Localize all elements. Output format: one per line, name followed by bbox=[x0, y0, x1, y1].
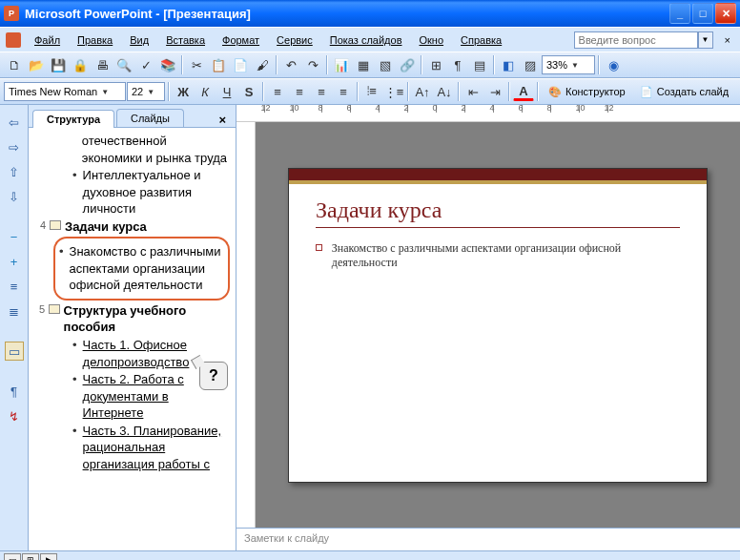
expand-all-button[interactable]: ≣ bbox=[5, 301, 24, 321]
permission-button[interactable]: 🔒 bbox=[70, 54, 91, 75]
open-button[interactable]: 📂 bbox=[26, 54, 47, 75]
tables-borders-button[interactable]: ▧ bbox=[375, 54, 396, 75]
bullets-button[interactable]: ⋮≡ bbox=[383, 81, 404, 102]
toolbar-standard: 🗋 📂 💾 🔒 🖶 🔍 ✓ 📚 ✂ 📋 📄 🖌 ↶ ↷ 📊 ▦ ▧ 🔗 ⊞ ¶ … bbox=[0, 52, 740, 78]
cut-button[interactable]: ✂ bbox=[186, 54, 207, 75]
menu-edit[interactable]: Правка bbox=[70, 31, 120, 49]
align-left-button[interactable]: ≡ bbox=[267, 81, 288, 102]
new-slide-button[interactable]: 📄 Создать слайд bbox=[633, 81, 735, 102]
slide-area: 12108642024681012 Задачи курса Знакомств… bbox=[236, 105, 740, 550]
notes-pane[interactable]: Заметки к слайду bbox=[236, 528, 740, 550]
tab-slides[interactable]: Слайды bbox=[116, 109, 184, 127]
bullet-square-icon bbox=[316, 244, 322, 251]
normal-view-button[interactable]: ▭ bbox=[4, 553, 21, 561]
bullet-item[interactable]: •Часть 3. Планирование, рациональная орг… bbox=[72, 423, 230, 473]
expand-button[interactable]: + bbox=[5, 252, 24, 271]
numbering-button[interactable]: ⦙≡ bbox=[361, 81, 382, 102]
toolbar-formatting: Times New Roman ▼ 22 ▼ Ж К Ч S ≡ ≡ ≡ ≡ ⦙… bbox=[0, 78, 740, 105]
undo-button[interactable]: ↶ bbox=[280, 54, 301, 75]
decrease-font-button[interactable]: A↓ bbox=[434, 81, 455, 102]
move-up-button[interactable]: ⇧ bbox=[5, 162, 24, 181]
underline-button[interactable]: Ч bbox=[216, 81, 237, 102]
research-button[interactable]: 📚 bbox=[157, 54, 178, 75]
outline-body[interactable]: отечественной экономики и рынка труда •И… bbox=[29, 128, 236, 550]
menu-slideshow[interactable]: Показ слайдов bbox=[322, 31, 410, 49]
tab-outline[interactable]: Структура bbox=[32, 110, 114, 128]
menu-insert[interactable]: Вставка bbox=[158, 31, 213, 49]
summary-slide-button[interactable]: ▭ bbox=[5, 342, 24, 361]
redo-button[interactable]: ↷ bbox=[302, 54, 323, 75]
slide-icon bbox=[50, 220, 61, 230]
zoom-value: 33% bbox=[546, 59, 567, 71]
show-formatting-button[interactable]: ¶ bbox=[447, 54, 468, 75]
question-balloon[interactable]: ? bbox=[199, 362, 228, 390]
demote-button[interactable]: ⇨ bbox=[5, 137, 24, 156]
zoom-combo[interactable]: 33% ▼ bbox=[542, 55, 595, 74]
new-slide-label: Создать слайд bbox=[657, 86, 729, 97]
bullet-item[interactable]: •Интеллектуальное и духовное развития ли… bbox=[72, 167, 230, 218]
promote-button[interactable]: ⇦ bbox=[5, 113, 24, 132]
font-color-button[interactable]: A bbox=[513, 83, 534, 101]
bullet-item[interactable]: отечественной экономики и рынка труда bbox=[72, 133, 230, 166]
slide-preview[interactable]: Задачи курса Знакомство с различными асп… bbox=[288, 168, 708, 483]
show-formatting-button[interactable]: ¶ bbox=[5, 382, 24, 401]
slide-title-text[interactable]: Задачи курса bbox=[316, 197, 680, 228]
help-search-input[interactable] bbox=[574, 31, 698, 49]
align-center-button[interactable]: ≡ bbox=[289, 81, 310, 102]
color-button[interactable]: ◧ bbox=[498, 54, 519, 75]
chart-button[interactable]: 📊 bbox=[331, 54, 352, 75]
sorter-view-button[interactable]: ⊞ bbox=[22, 553, 39, 561]
shadow-button[interactable]: S bbox=[238, 81, 259, 102]
increase-font-button[interactable]: A↑ bbox=[412, 81, 433, 102]
slide-5-title[interactable]: 5 Структура учебного пособия bbox=[34, 302, 230, 336]
bold-button[interactable]: Ж bbox=[173, 81, 194, 102]
move-down-button[interactable]: ⇩ bbox=[5, 187, 24, 206]
spellcheck-button[interactable]: ✓ bbox=[135, 54, 156, 75]
pane-close-button[interactable]: × bbox=[213, 113, 232, 127]
help-dropdown[interactable]: ▼ bbox=[698, 31, 713, 49]
preview-button[interactable]: 🔍 bbox=[113, 54, 134, 75]
menu-file[interactable]: Файл bbox=[27, 31, 68, 49]
slide-bullet[interactable]: Знакомство с различными аспектами органи… bbox=[316, 241, 680, 270]
expand-button[interactable]: ⊞ bbox=[425, 54, 446, 75]
minimize-button[interactable]: _ bbox=[669, 3, 690, 24]
table-button[interactable]: ▦ bbox=[353, 54, 374, 75]
paste-button[interactable]: 📄 bbox=[230, 54, 251, 75]
align-justify-button[interactable]: ≡ bbox=[333, 81, 354, 102]
grayscale-button[interactable]: ▨ bbox=[520, 54, 541, 75]
decrease-indent-button[interactable]: ⇤ bbox=[462, 81, 483, 102]
collapse-button[interactable]: − bbox=[5, 227, 24, 246]
menu-format[interactable]: Формат bbox=[215, 31, 267, 49]
app-icon: P bbox=[4, 6, 19, 21]
save-button[interactable]: 💾 bbox=[48, 54, 69, 75]
slide-4-title[interactable]: 4 Задачи курса bbox=[34, 218, 230, 236]
maximize-button[interactable]: □ bbox=[692, 3, 713, 24]
collapse-all-button[interactable]: ≡ bbox=[5, 277, 24, 296]
menu-tools[interactable]: Сервис bbox=[269, 31, 320, 49]
bullet-item[interactable]: •Знакомство с различными аспектами орган… bbox=[59, 243, 224, 294]
slideshow-view-button[interactable]: ▶ bbox=[40, 553, 57, 561]
slide-canvas[interactable]: Задачи курса Знакомство с различными асп… bbox=[256, 122, 740, 528]
font-value: Times New Roman bbox=[9, 86, 97, 97]
ruler-vertical[interactable] bbox=[236, 122, 256, 528]
grid-button[interactable]: ▤ bbox=[469, 54, 490, 75]
toolbar-options-button[interactable]: ↯ bbox=[5, 406, 24, 425]
new-button[interactable]: 🗋 bbox=[4, 54, 25, 75]
menu-window[interactable]: Окно bbox=[412, 31, 452, 49]
format-painter-button[interactable]: 🖌 bbox=[252, 54, 273, 75]
print-button[interactable]: 🖶 bbox=[92, 54, 113, 75]
designer-button[interactable]: 🎨 Конструктор bbox=[542, 81, 632, 102]
close-button[interactable]: ✕ bbox=[715, 3, 736, 24]
hyperlink-button[interactable]: 🔗 bbox=[397, 54, 418, 75]
menu-help[interactable]: Справка bbox=[453, 31, 509, 49]
mdi-close[interactable]: × bbox=[721, 31, 734, 49]
ruler-horizontal[interactable]: 12108642024681012 bbox=[236, 105, 740, 122]
italic-button[interactable]: К bbox=[195, 81, 216, 102]
copy-button[interactable]: 📋 bbox=[208, 54, 229, 75]
increase-indent-button[interactable]: ⇥ bbox=[484, 81, 505, 102]
align-right-button[interactable]: ≡ bbox=[311, 81, 332, 102]
menu-view[interactable]: Вид bbox=[122, 31, 156, 49]
font-combo[interactable]: Times New Roman ▼ bbox=[4, 82, 126, 101]
font-size-combo[interactable]: 22 ▼ bbox=[127, 82, 165, 101]
help-button[interactable]: ◉ bbox=[603, 54, 624, 75]
